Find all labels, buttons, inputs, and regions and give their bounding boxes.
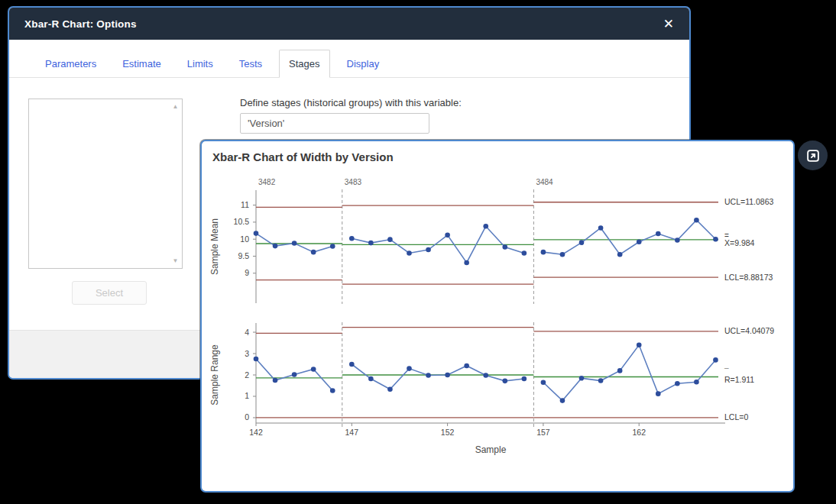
data-point[interactable] (598, 225, 604, 231)
data-point[interactable] (368, 241, 374, 246)
data-point[interactable] (713, 357, 718, 363)
expand-button[interactable] (798, 141, 828, 170)
center-annotation: R=1.911 (724, 375, 754, 384)
ucl-annotation: UCL=4.04079 (724, 326, 774, 335)
graph-window: Xbar-R Chart of Width by Version 99.5101… (200, 140, 795, 493)
tab-estimate[interactable]: Estimate (113, 50, 170, 77)
data-point[interactable] (598, 378, 604, 383)
data-point[interactable] (713, 237, 718, 242)
data-point[interactable] (292, 241, 297, 246)
data-point[interactable] (311, 367, 316, 372)
lcl-annotation: LCL=0 (724, 412, 748, 422)
y-tick-label: 3 (245, 349, 249, 358)
data-point[interactable] (407, 366, 412, 371)
data-point[interactable] (483, 224, 488, 229)
center-annotation: X=9.984 (724, 238, 755, 247)
y-tick-label: 11 (241, 200, 249, 209)
y-tick-label: 0 (245, 412, 249, 422)
y-tick-label: 9 (245, 268, 249, 277)
data-point[interactable] (637, 239, 642, 244)
data-point[interactable] (579, 240, 585, 245)
series-line (543, 220, 716, 254)
data-point[interactable] (656, 391, 661, 396)
data-point[interactable] (330, 244, 335, 249)
y-tick-label: 4 (245, 328, 249, 337)
data-point[interactable] (675, 381, 680, 386)
dialog-title: Xbar-R Chart: Options (24, 18, 137, 30)
lcl-annotation: LCL=8.88173 (724, 273, 773, 282)
data-point[interactable] (541, 250, 546, 255)
data-point[interactable] (502, 379, 507, 384)
select-button[interactable]: Select (72, 281, 147, 305)
x-tick-label: 162 (632, 428, 646, 437)
data-point[interactable] (656, 231, 661, 237)
data-point[interactable] (349, 362, 355, 367)
data-point[interactable] (502, 244, 507, 250)
data-point[interactable] (579, 376, 585, 381)
scroll-up-icon[interactable]: ▲ (173, 103, 179, 110)
ucl-annotation: UCL=11.0863 (724, 197, 773, 206)
range-panel: 01234Sample RangeUCL=4.04079¯R=1.911LCL=… (209, 322, 774, 455)
y-tick-label: 10 (240, 234, 249, 244)
data-point[interactable] (675, 237, 680, 243)
y-tick-label: 10.5 (234, 217, 250, 226)
data-point[interactable] (445, 233, 450, 238)
x-tick-label: 142 (249, 428, 263, 437)
y-tick-label: 1 (245, 391, 249, 400)
data-point[interactable] (387, 386, 393, 392)
stage-label: 3483 (345, 178, 362, 186)
data-point[interactable] (426, 247, 431, 253)
data-point[interactable] (560, 252, 565, 257)
x-axis-title: Sample (475, 444, 507, 455)
data-point[interactable] (330, 388, 335, 393)
data-point[interactable] (445, 373, 450, 378)
data-point[interactable] (464, 363, 469, 369)
dialog-title-bar[interactable]: Xbar-R Chart: Options ✕ (9, 8, 689, 40)
x-tick-label: 157 (536, 428, 550, 437)
define-stages-label: Define stages (historical groups) with t… (240, 97, 462, 108)
data-point[interactable] (273, 244, 278, 249)
tab-tests[interactable]: Tests (230, 50, 271, 77)
tab-parameters[interactable]: Parameters (36, 50, 105, 77)
tab-display[interactable]: Display (338, 50, 389, 77)
variables-listbox[interactable]: ▲ ▼ (28, 99, 183, 269)
xbar-panel: 99.51010.511Sample Mean348234833484UCL=1… (209, 178, 773, 304)
x-tick-label: 152 (441, 428, 455, 437)
data-point[interactable] (560, 398, 565, 403)
data-point[interactable] (617, 368, 623, 373)
series-line (352, 364, 524, 389)
data-point[interactable] (254, 357, 259, 362)
data-point[interactable] (273, 378, 278, 383)
data-point[interactable] (694, 218, 699, 223)
open-in-new-window-icon (805, 147, 821, 164)
data-point[interactable] (522, 376, 527, 382)
data-point[interactable] (522, 250, 527, 256)
tab-bar: Parameters Estimate Limits Tests Stages … (9, 40, 689, 78)
series-line (543, 345, 716, 401)
data-point[interactable] (617, 252, 623, 257)
data-point[interactable] (483, 373, 488, 378)
data-point[interactable] (637, 343, 642, 348)
data-point[interactable] (368, 376, 374, 382)
data-point[interactable] (541, 380, 546, 385)
data-point[interactable] (694, 380, 699, 385)
data-point[interactable] (407, 250, 412, 256)
data-point[interactable] (311, 250, 316, 255)
data-point[interactable] (464, 260, 469, 266)
data-point[interactable] (387, 237, 393, 242)
y-axis-title: Sample Range (209, 344, 220, 405)
tab-limits[interactable]: Limits (178, 50, 222, 77)
data-point[interactable] (254, 231, 259, 236)
close-icon[interactable]: ✕ (663, 18, 674, 31)
tab-stages[interactable]: Stages (279, 50, 329, 78)
stage-variable-input[interactable] (240, 113, 429, 134)
data-point[interactable] (349, 236, 355, 241)
x-tick-label: 147 (345, 428, 359, 437)
scroll-down-icon[interactable]: ▼ (173, 257, 179, 264)
data-point[interactable] (426, 373, 431, 378)
listbox-scrollbar[interactable]: ▲ ▼ (170, 100, 181, 267)
data-point[interactable] (292, 372, 297, 377)
y-tick-label: 9.5 (238, 251, 249, 260)
xbar-r-chart: 99.51010.511Sample Mean348234833484UCL=1… (202, 141, 793, 491)
y-tick-label: 2 (245, 370, 249, 380)
